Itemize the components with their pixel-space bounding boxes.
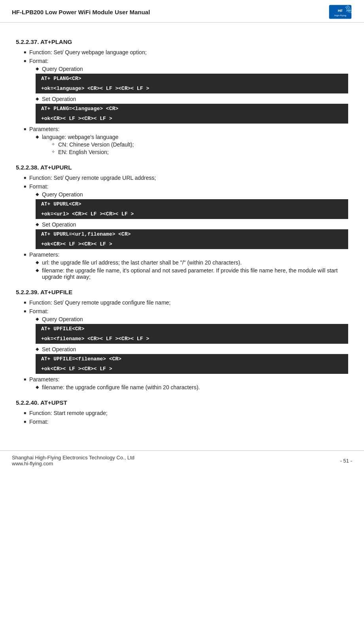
page-footer: Shanghai High-Flying Electronics Technol… [0,450,364,470]
section-5239: 5.2.2.39. AT+UPFILE Function: Set/ Query… [16,289,348,390]
main-content: 5.2.2.37. AT+PLANG Function: Set/ Query … [0,23,364,438]
param-en-5237: EN: English Version; [51,149,348,155]
params-item-5238: Parameters: [24,251,348,258]
param-cn-5237: CN: Chinese Version (Default); [51,141,348,148]
code-set-5237: AT+ PLANG=<language> <CR> +ok<CR>< LF ><… [36,104,348,124]
query-op-5237: Query Operation [36,66,348,72]
page-title: HF-LPB200 Low Power WiFi Module User Man… [12,9,150,15]
svg-text:High-Flying: High-Flying [334,14,346,17]
param-filename-5238: filename: the upgrade file name, it's op… [36,267,348,280]
function-item-5237: Function: Set/ Query webpage language op… [24,49,348,55]
code-set-5239: AT+ UPFILE=<filename> <CR> +ok<CR>< LF >… [36,354,348,374]
code-set-5238: AT+ UPURL=<url,filename> <CR> +ok<CR>< L… [36,229,348,249]
function-item-5240: Function: Start remote upgrade; [24,410,348,416]
set-op-5239: Set Operation [36,346,348,352]
section-title-5237: 5.2.2.37. AT+PLANG [16,38,348,45]
section-title-5240: 5.2.2.40. AT+UPST [16,399,348,406]
query-op-5239: Query Operation [36,316,348,322]
param-filename-5239: filename: the upgrade configure file nam… [36,384,348,390]
set-op-5238: Set Operation [36,221,348,228]
format-item-5239: Format: [24,308,348,314]
section-title-5238: 5.2.2.38. AT+UPURL [16,164,348,171]
params-item-5237: Parameters: [24,126,348,132]
function-item-5239: Function: Set/ Query remote upgrade conf… [24,299,348,306]
function-item-5238: Function: Set/ Query remote upgrade URL … [24,175,348,181]
param-url-5238: url: the upgrade file url address; the l… [36,259,348,266]
section-5237: 5.2.2.37. AT+PLANG Function: Set/ Query … [16,38,348,155]
svg-text:HF: HF [338,8,343,13]
website: www.hi-flying.com [12,461,135,467]
footer-left: Shanghai High-Flying Electronics Technol… [12,455,135,467]
section-title-5239: 5.2.2.39. AT+UPFILE [16,289,348,295]
format-item-5240: Format: [24,419,348,425]
param-language-5237: language: webpage's language [36,134,348,140]
format-item-5237: Format: [24,58,348,64]
code-query-5239: AT+ UPFILE<CR> +ok=<filename> <CR>< LF >… [36,324,348,344]
format-item-5238: Format: [24,183,348,190]
section-5240: 5.2.2.40. AT+UPST Function: Start remote… [16,399,348,425]
page-header: HF-LPB200 Low Power WiFi Module User Man… [0,0,364,23]
set-op-5237: Set Operation [36,96,348,102]
query-op-5238: Query Operation [36,191,348,198]
code-query-5238: AT+ UPURL<CR> +ok=<url> <CR>< LF ><CR>< … [36,199,348,219]
hf-logo: HF High-Flying [328,4,352,20]
code-query-5237: AT+ PLANG<CR> +ok=<language> <CR>< LF ><… [36,74,348,93]
params-item-5239: Parameters: [24,376,348,383]
section-5238: 5.2.2.38. AT+UPURL Function: Set/ Query … [16,164,348,280]
company-name: Shanghai High-Flying Electronics Technol… [12,455,135,461]
page-number: - 51 - [340,458,352,464]
